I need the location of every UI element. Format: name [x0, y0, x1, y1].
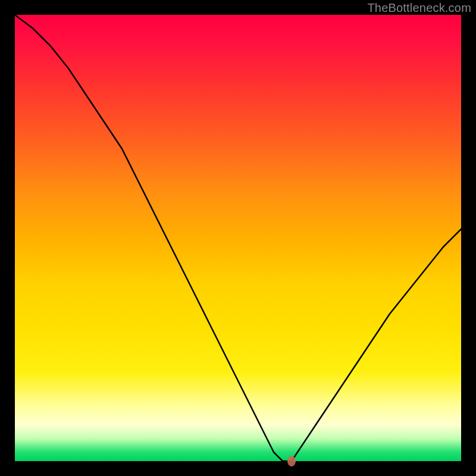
bottleneck-curve — [15, 15, 461, 461]
plot-area — [15, 15, 461, 461]
chart-frame: TheBottleneck.com — [0, 0, 476, 476]
watermark-text: TheBottleneck.com — [367, 1, 471, 15]
optimal-point-marker — [287, 456, 296, 466]
